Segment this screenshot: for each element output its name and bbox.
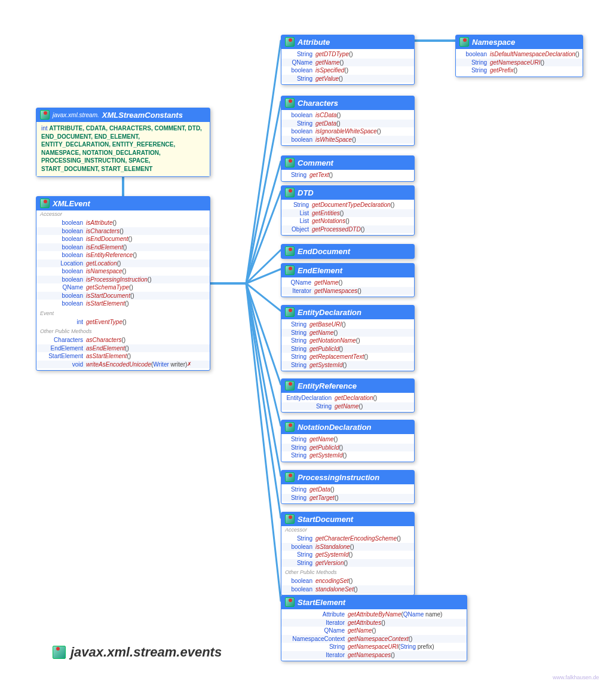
interface-icon [285,381,295,390]
class-name: EntityReference [298,381,357,390]
class-header: EntityDeclaration [281,306,414,319]
interface-icon [40,199,50,208]
interface-icon [285,472,295,482]
class-header: StartDocument [281,512,414,526]
class-box-entityreference: EntityReferenceEntityDeclarationgetDecla… [281,378,415,413]
class-box-enddocument: EndDocument [281,244,415,259]
method-row: booleanencodingSet () [281,577,414,585]
method-row: booleanisEndElement () [36,243,210,252]
interface-icon [285,265,295,275]
class-box-processinginstruction: ProcessingInstructionStringgetData ()Str… [281,470,415,504]
method-row: StringgetPrefix () [456,66,583,75]
method-row: StringgetPublicId () [281,444,414,452]
section-label: Other Public Methods [36,328,210,335]
method-row: IteratorgetNamespaces () [281,651,467,659]
method-row: StringgetSystemId () [281,361,414,370]
method-row: booleanisAttribute () [36,219,210,227]
class-header: Comment [281,156,414,170]
interface-icon [285,422,295,432]
section-label: Other Public Methods [281,569,414,576]
class-box-notationdeclaration: NotationDeclarationStringgetName ()Strin… [281,420,415,462]
class-name: Characters [298,99,338,108]
interface-icon [285,37,295,47]
class-header: ProcessingInstruction [281,471,414,484]
class-header: XMLEvent [36,197,210,210]
method-row: StringgetNamespaceURI () [456,59,583,67]
svg-line-7 [246,191,281,283]
section-label: Accessor [36,210,210,218]
method-row: StringgetDTDType () [281,50,414,59]
method-row: booleanisWhiteSpace () [281,136,414,144]
method-row: booleanisStandalone () [281,543,414,551]
interface-icon [285,188,295,197]
method-row: EntityDeclarationgetDeclaration () [281,394,414,402]
interface-icon [285,514,295,524]
method-row: booleanisStartDocument () [36,292,210,300]
svg-line-13 [246,283,281,311]
method-row: StringgetReplacementText () [281,353,414,361]
class-name: StartElement [298,598,345,607]
svg-line-3 [246,102,281,283]
method-row: ObjectgetProcessedDTD () [281,225,414,234]
class-box-characters: CharactersbooleanisCData ()StringgetData… [281,96,415,146]
class-name: DTD [298,188,314,197]
svg-line-9 [246,250,281,283]
class-header: Attribute [281,35,414,49]
section-label: Event [36,310,210,317]
class-box-startdocument: StartDocumentAccessorStringgetCharacterE… [281,512,415,596]
class-box-dtd: DTDStringgetDocumentTypeDeclaration ()Li… [281,185,415,236]
method-row: StringgetBaseURI () [281,320,414,329]
method-row: QNamegetSchemaType () [36,283,210,292]
class-header: Namespace [456,35,583,49]
method-row: ListgetNotations () [281,217,414,225]
class-box-xmlEvent: XMLEventAccessorbooleanisAttribute ()boo… [36,196,210,371]
package-label: javax.xml.stream.events [53,645,222,660]
class-box-attribute: AttributeStringgetDTDType ()QNamegetName… [281,35,415,85]
method-row: IteratorgetNamespaces () [281,287,414,295]
method-row: QNamegetName () [281,59,414,67]
method-row: AttributegetAttributeByName (QName name) [281,610,467,619]
class-name: EndElement [298,266,342,275]
interface-icon [459,37,469,47]
class-box-entitydeclaration: EntityDeclarationStringgetBaseURI ()Stri… [281,305,415,371]
method-row: EndElementasEndElement () [36,344,210,353]
method-row: StringgetTarget () [281,494,414,502]
method-row: ListgetEntities () [281,209,414,218]
method-row: StringgetDocumentTypeDeclaration () [281,201,414,209]
class-name: Comment [298,158,333,167]
method-row: booleanisEndDocument () [36,235,210,243]
class-box-constants: javax.xml.stream.XMLStreamConstantsint A… [36,108,210,177]
method-row: booleanisNamespace () [36,267,210,276]
method-row: StringgetText () [281,171,414,179]
class-header: EntityReference [281,379,414,393]
class-name: Attribute [298,38,330,47]
svg-line-21 [246,283,281,518]
method-row: booleanisIgnorableWhiteSpace () [281,127,414,136]
class-box-endelement: EndElementQNamegetName ()IteratorgetName… [281,263,415,297]
interface-icon [40,110,50,120]
method-row: StartElementasStartElement () [36,352,210,361]
method-row: booleanstandaloneSet () [281,585,414,594]
method-row: StringgetName () [281,329,414,337]
package-label-text: javax.xml.stream.events [71,645,222,660]
method-row: NamespaceContextgetNamespaceContext () [281,635,467,643]
method-row: LocationgetLocation () [36,259,210,268]
method-row: StringgetData () [281,486,414,494]
class-header: EndElement [281,264,414,277]
svg-line-15 [246,283,281,384]
method-row: QNamegetName () [281,279,414,287]
method-row: StringgetNamespaceURI (String prefix) [281,643,467,651]
method-row: intgetEventType () [36,318,210,326]
method-row: booleanisStartElement () [36,300,210,308]
class-name: XMLEvent [53,199,90,208]
class-box-comment: CommentStringgetText () [281,155,415,182]
method-row: StringgetSystemId () [281,451,414,460]
interface-icon [285,307,295,317]
interface-icon [285,246,295,256]
class-header: EndDocument [281,245,414,258]
section-label: Accessor [281,526,414,533]
method-row: StringgetPublicId () [281,345,414,353]
method-row: StringgetName () [281,435,414,444]
class-name: EndDocument [298,247,350,256]
svg-line-1 [246,41,281,283]
